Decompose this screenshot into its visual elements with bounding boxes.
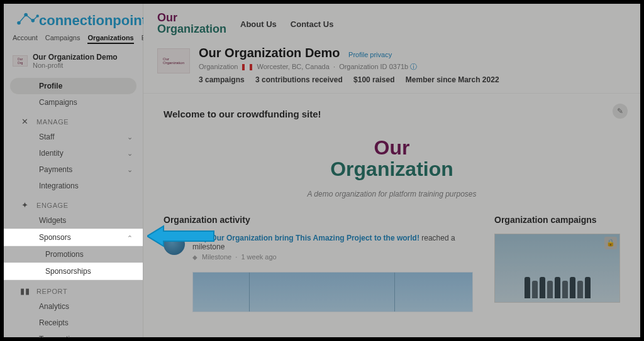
chevron-up-icon: ⌄	[127, 234, 133, 242]
org-thumb-icon: OurOrg	[13, 55, 28, 67]
hero-tagline: A demo organization for platform trainin…	[164, 190, 620, 198]
sidebar-item-sponsorships[interactable]: Sponsorships	[4, 263, 143, 280]
edit-button[interactable]: ✎	[613, 104, 628, 119]
stat-raised: $100 raised	[353, 75, 394, 84]
canada-flag-icon	[242, 64, 252, 70]
campaigns-heading: Organization campaigns	[494, 215, 620, 225]
manage-label: MANAGE	[36, 118, 69, 126]
sidebar-item-transactions[interactable]: Transactions	[4, 331, 143, 341]
activity-time: 1 week ago	[241, 253, 276, 261]
account-tabs: Account Campaigns Organizations Enterpri…	[4, 28, 143, 48]
hero-line-1: Our	[164, 138, 620, 157]
welcome-heading: Welcome to our crowdfunding site!	[164, 109, 620, 119]
sidebar-org-name: Our Organization Demo	[33, 53, 118, 62]
hero-block: Our Organization A demo organization for…	[164, 138, 620, 198]
logo-text-1: connection	[39, 13, 113, 28]
nav-about-us[interactable]: About Us	[240, 19, 277, 29]
stat-member-since: Member since March 2022	[406, 75, 499, 84]
org-type: Organization	[199, 63, 238, 70]
org-id-label: Organization ID	[339, 63, 387, 70]
info-icon[interactable]: ⓘ	[410, 63, 417, 70]
chevron-down-icon: ⌄	[127, 133, 133, 141]
engage-label: ENGAGE	[36, 202, 69, 209]
nav-contact-us[interactable]: Contact Us	[291, 19, 334, 29]
stat-contributions: 3 contributions received	[255, 75, 343, 84]
tab-organizations[interactable]: Organizations	[87, 34, 133, 44]
chart-icon: ▮▮	[20, 286, 30, 296]
sidebar-item-promotions[interactable]: Promotions	[4, 246, 143, 263]
milestone-icon: ◆	[192, 254, 197, 261]
svg-point-5	[31, 19, 35, 23]
logo[interactable]: connectionpoint	[15, 11, 147, 28]
report-label: REPORT	[36, 288, 67, 295]
org-header: OurOrganization Our Organization Demo Pr…	[143, 42, 640, 94]
sidebar-item-receipts[interactable]: Receipts	[4, 315, 143, 331]
network-icon	[15, 11, 39, 28]
svg-marker-7	[147, 226, 214, 246]
main-content: Our Organization About Us Contact Us Our…	[143, 4, 640, 337]
sidebar-item-campaigns[interactable]: Campaigns	[4, 94, 143, 111]
sidebar-item-widgets[interactable]: Widgets	[4, 212, 143, 229]
chevron-down-icon: ⌄	[127, 149, 133, 158]
org-header-thumb: OurOrganization	[157, 48, 190, 73]
activity-image	[192, 272, 473, 312]
campaign-card[interactable]: 🔒	[494, 234, 620, 303]
sidebar-section-manage: ✕ MANAGE	[4, 111, 143, 129]
svg-point-4	[24, 13, 28, 17]
activity-kind: Milestone	[202, 253, 231, 261]
brand-lockup[interactable]: Our Organization	[157, 13, 226, 36]
sidebar-org-block[interactable]: OurOrg Our Organization Demo Non-profit	[4, 48, 143, 74]
sidebar-item-sponsors[interactable]: Sponsors⌄	[4, 229, 143, 246]
sidebar-item-payments[interactable]: Payments⌄	[4, 161, 143, 178]
tab-account[interactable]: Account	[13, 34, 38, 44]
campaign-image	[495, 268, 619, 298]
sidebar: connectionpoint ⇤ Account Campaigns Orga…	[4, 4, 143, 337]
sidebar-section-report: ▮▮ REPORT	[4, 280, 143, 298]
tab-campaigns[interactable]: Campaigns	[45, 34, 80, 44]
org-title: Our Organization Demo	[199, 46, 340, 60]
sidebar-item-identity[interactable]: Identity⌄	[4, 145, 143, 161]
top-nav: Our Organization About Us Contact Us	[143, 4, 640, 42]
chevron-down-icon: ⌄	[127, 166, 133, 174]
sidebar-item-staff[interactable]: Staff⌄	[4, 129, 143, 145]
sidebar-org-type: Non-profit	[33, 62, 118, 69]
engage-icon: ✦	[20, 200, 30, 210]
sidebar-item-analytics[interactable]: Analytics	[4, 298, 143, 315]
sidebar-item-profile[interactable]: Profile	[10, 78, 136, 94]
profile-privacy-link[interactable]: Profile privacy	[348, 51, 392, 58]
sidebar-section-engage: ✦ ENGAGE	[4, 194, 143, 212]
sidebar-item-integrations[interactable]: Integrations	[4, 178, 143, 194]
svg-point-3	[17, 21, 21, 25]
org-id-value: 0371b	[389, 63, 409, 70]
tools-icon: ✕	[20, 117, 30, 126]
pencil-icon: ✎	[617, 107, 623, 116]
activity-link[interactable]: Help Our Organization bring This Amazing…	[192, 234, 419, 242]
annotation-arrow	[147, 224, 216, 249]
org-location: Worcester, BC, Canada	[257, 63, 330, 70]
hero-line-2: Organization	[164, 158, 620, 181]
logo-text-2: point	[113, 13, 147, 28]
stat-campaigns: 3 campaigns	[199, 75, 245, 84]
lock-icon: 🔒	[604, 237, 617, 249]
